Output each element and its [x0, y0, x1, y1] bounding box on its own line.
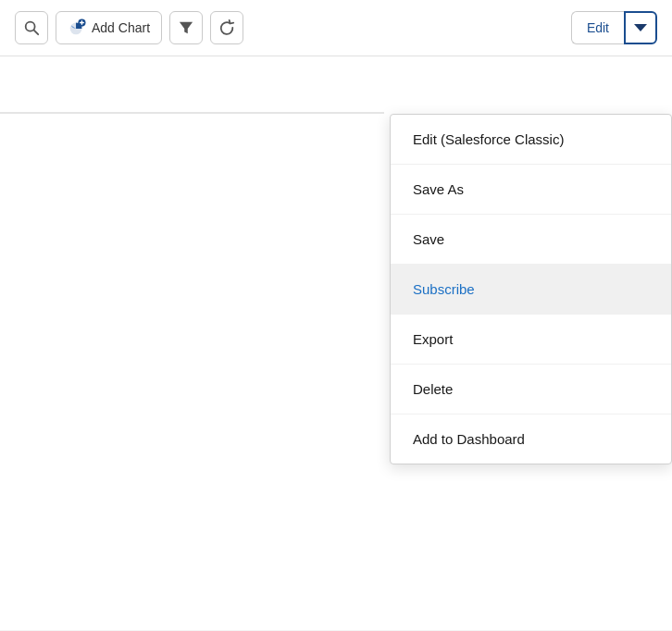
divider — [0, 112, 384, 114]
edit-button-group: Edit — [571, 11, 657, 44]
dropdown-menu: Edit (Salesforce Classic) Save As Save S… — [390, 114, 672, 464]
toolbar: Add Chart Edit — [0, 0, 672, 56]
refresh-button[interactable] — [210, 11, 243, 44]
menu-item-edit-classic[interactable]: Edit (Salesforce Classic) — [391, 115, 671, 165]
add-chart-label: Add Chart — [92, 20, 150, 35]
filter-button[interactable] — [169, 11, 203, 44]
menu-item-save[interactable]: Save — [391, 215, 671, 265]
refresh-icon — [218, 19, 235, 36]
svg-marker-7 — [634, 24, 647, 31]
filter-icon — [179, 20, 193, 35]
add-chart-button[interactable]: Add Chart — [56, 11, 162, 44]
add-chart-icon — [68, 19, 86, 37]
chevron-down-icon — [634, 21, 647, 34]
edit-dropdown-button[interactable] — [624, 11, 657, 44]
svg-line-1 — [34, 31, 39, 35]
main-content: Edit (Salesforce Classic) Save As Save S… — [0, 56, 672, 630]
menu-item-delete[interactable]: Delete — [391, 365, 671, 414]
menu-item-subscribe[interactable]: Subscribe — [391, 265, 671, 315]
edit-button[interactable]: Edit — [571, 11, 624, 44]
menu-item-save-as[interactable]: Save As — [391, 165, 671, 215]
search-button[interactable] — [15, 11, 48, 44]
menu-item-export[interactable]: Export — [391, 315, 671, 365]
menu-item-add-to-dashboard[interactable]: Add to Dashboard — [391, 414, 671, 464]
svg-marker-6 — [180, 22, 193, 33]
search-icon — [23, 19, 40, 36]
